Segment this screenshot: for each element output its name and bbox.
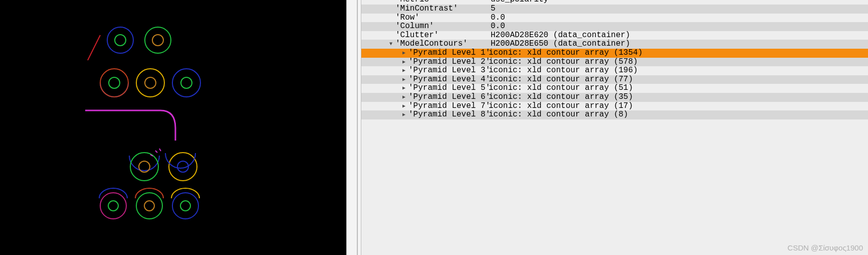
svg-point-4 [100, 69, 128, 97]
svg-point-8 [172, 69, 200, 97]
tree-value: 0.0 [491, 14, 505, 23]
tree-value: 0.0 [491, 22, 505, 31]
tree-value: iconic: xld contour array (196) [489, 66, 638, 75]
tree-key: 'MinContrast' [395, 5, 491, 14]
tree-key: 'Pyramid Level 6' [408, 93, 489, 102]
tree-key: 'Pyramid Level 2' [408, 58, 489, 67]
variable-inspector: ▶'Metric'use_polarity▶'MinContrast'5▶'Ro… [361, 0, 868, 255]
tree-key: 'Pyramid Level 3' [408, 66, 489, 75]
svg-point-19 [180, 201, 190, 211]
tree-value: 5 [491, 5, 496, 14]
tree-value: iconic: xld contour array (17) [489, 102, 633, 111]
expander-closed-icon[interactable]: ▶ [400, 66, 407, 75]
contour-canvas [0, 0, 345, 255]
tree-value: iconic: xld contour array (77) [489, 75, 633, 84]
expander-closed-icon[interactable]: ▶ [400, 49, 407, 58]
tree-value: iconic: xld contour array (578) [489, 58, 638, 67]
watermark: CSDN @Σίσυφος1900 [787, 243, 863, 252]
tree-key: 'Pyramid Level 1' [408, 49, 489, 58]
tree-row[interactable]: ▼'ModelContours'H200AD28E650 (data_conta… [361, 40, 868, 49]
svg-point-5 [109, 77, 120, 88]
svg-point-0 [107, 27, 133, 53]
tree-value: iconic: xld contour array (35) [489, 93, 633, 102]
svg-point-3 [152, 35, 163, 46]
svg-point-15 [108, 201, 118, 211]
svg-point-9 [181, 77, 192, 88]
expander-closed-icon[interactable]: ▶ [400, 93, 407, 102]
tree-key: 'Clutter' [395, 31, 491, 40]
tree-row[interactable]: ▶'Pyramid Level 2'iconic: xld contour ar… [361, 58, 868, 67]
tree-row[interactable]: ▶'Pyramid Level 6'iconic: xld contour ar… [361, 93, 868, 102]
svg-point-17 [144, 201, 154, 211]
svg-point-7 [145, 77, 156, 88]
tree-row[interactable]: ▶'MinContrast'5 [361, 5, 868, 14]
svg-point-1 [115, 35, 126, 46]
tree-value: iconic: xld contour array (8) [489, 110, 628, 119]
tree-key: 'Pyramid Level 8' [408, 110, 489, 119]
tree-key: 'ModelContours' [395, 40, 491, 49]
tree-value: iconic: xld contour array (1354) [489, 49, 642, 58]
tree-row[interactable]: ▶'Row'0.0 [361, 14, 868, 23]
expander-closed-icon[interactable]: ▶ [400, 84, 407, 93]
expander-closed-icon[interactable]: ▶ [400, 58, 407, 67]
expander-closed-icon[interactable]: ▶ [400, 102, 407, 111]
expander-closed-icon[interactable]: ▶ [400, 110, 407, 119]
tree-key: 'Pyramid Level 4' [408, 75, 489, 84]
tree-value: iconic: xld contour array (51) [489, 84, 633, 93]
tree-view[interactable]: ▶'Metric'use_polarity▶'MinContrast'5▶'Ro… [361, 0, 868, 119]
tree-row[interactable]: ▶'Column'0.0 [361, 22, 868, 31]
tree-value: H200AD28E650 (data_container) [491, 40, 630, 49]
svg-point-2 [145, 27, 171, 53]
tree-key: 'Row' [395, 14, 491, 23]
svg-point-18 [172, 193, 198, 219]
contour-viewer[interactable] [0, 0, 345, 255]
expander-open-icon[interactable]: ▼ [387, 40, 394, 49]
panel-divider[interactable] [345, 0, 361, 255]
tree-row[interactable]: ▶'Pyramid Level 7'iconic: xld contour ar… [361, 102, 868, 111]
tree-key: 'Column' [395, 22, 491, 31]
tree-key: 'Pyramid Level 7' [408, 102, 489, 111]
svg-point-14 [100, 193, 126, 219]
tree-row[interactable]: ▶'Clutter'H200AD28E620 (data_container) [361, 31, 868, 40]
svg-point-6 [136, 69, 164, 97]
svg-point-16 [136, 193, 162, 219]
tree-key: 'Pyramid Level 5' [408, 84, 489, 93]
tree-row[interactable]: ▶'Pyramid Level 8'iconic: xld contour ar… [361, 110, 868, 119]
tree-row[interactable]: ▶'Pyramid Level 4'iconic: xld contour ar… [361, 75, 868, 84]
expander-closed-icon[interactable]: ▶ [400, 75, 407, 84]
tree-row[interactable]: ▶'Pyramid Level 5'iconic: xld contour ar… [361, 84, 868, 93]
tree-row[interactable]: ▶'Pyramid Level 1'iconic: xld contour ar… [361, 49, 868, 58]
tree-row[interactable]: ▶'Pyramid Level 3'iconic: xld contour ar… [361, 66, 868, 75]
tree-value: use_polarity [491, 0, 548, 5]
tree-value: H200AD28E620 (data_container) [491, 31, 630, 40]
